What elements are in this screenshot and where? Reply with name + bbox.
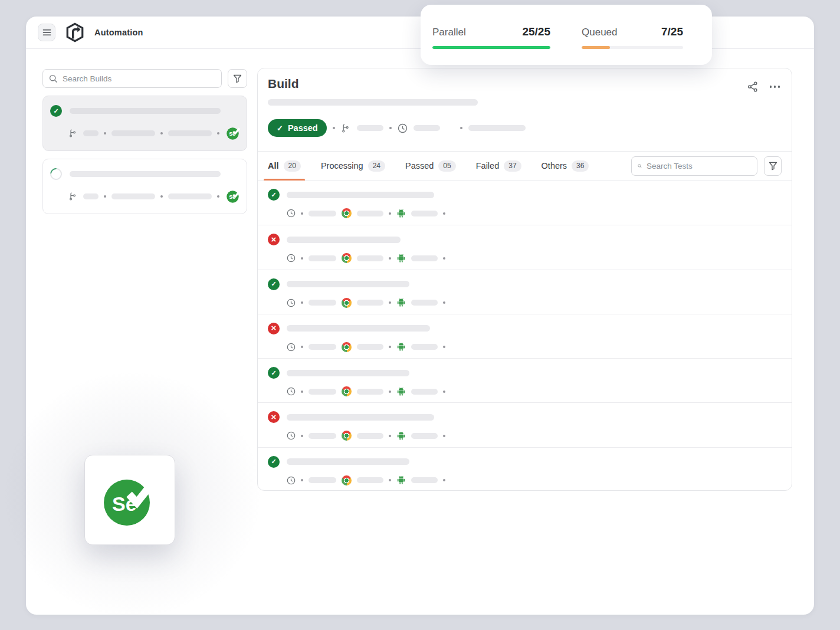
test-meta-skeleton: [309, 389, 336, 395]
test-status-icon: [268, 411, 280, 423]
hamburger-menu-button[interactable]: [38, 24, 55, 41]
search-icon: [638, 162, 642, 170]
test-row[interactable]: [258, 225, 792, 269]
parallel-value: 25/25: [522, 25, 550, 38]
lambdatest-logo-icon: [65, 22, 85, 42]
app-window: Automation: [26, 17, 814, 615]
test-row[interactable]: [258, 358, 792, 402]
test-meta-skeleton: [357, 255, 383, 261]
selenium-badge-icon: Se: [227, 190, 239, 203]
parallel-usage: Parallel 25/25: [432, 25, 550, 65]
build-meta-skeleton: [83, 130, 99, 136]
test-meta-skeleton: [357, 211, 383, 216]
test-row[interactable]: [258, 314, 792, 358]
test-row[interactable]: [258, 447, 792, 491]
build-meta-skeleton: [111, 130, 155, 136]
concurrency-usage-card: Parallel 25/25 Queued 7/25: [421, 5, 712, 65]
tests-filter-button[interactable]: [764, 156, 782, 176]
test-status-icon: [268, 189, 280, 201]
git-branch-icon: [68, 192, 78, 201]
status-badge: ✓ Passed: [268, 119, 327, 137]
test-row[interactable]: [258, 402, 792, 447]
filter-funnel-icon: [769, 162, 777, 170]
build-meta-skeleton: [111, 193, 155, 199]
tab-others[interactable]: Others 36: [542, 152, 589, 180]
separator-dot: [389, 391, 391, 393]
clock-icon: [287, 431, 296, 440]
build-header: Build ✓ P: [258, 68, 792, 152]
test-meta-skeleton: [357, 477, 383, 483]
test-meta-skeleton: [357, 389, 383, 395]
tab-label: All: [268, 161, 279, 170]
meta-skeleton: [468, 125, 526, 131]
build-panel-title: Build: [268, 77, 781, 91]
build-status-running-spinner: [48, 166, 64, 182]
build-meta-skeleton: [168, 130, 212, 136]
separator-dot: [443, 391, 445, 393]
hamburger-icon: [42, 29, 51, 36]
test-status-icon: [268, 323, 280, 334]
more-options-icon[interactable]: [770, 83, 780, 90]
test-meta-skeleton: [411, 300, 438, 306]
separator-dot: [217, 132, 219, 134]
chrome-browser-icon: [342, 475, 352, 485]
test-meta-skeleton: [357, 300, 383, 306]
git-branch-icon: [68, 129, 78, 138]
separator-dot: [443, 435, 445, 437]
search-builds-box: [42, 69, 222, 88]
test-title-skeleton: [287, 281, 409, 287]
build-card[interactable]: Se: [42, 159, 247, 214]
test-meta-skeleton: [411, 477, 438, 483]
tab-failed[interactable]: Failed 37: [476, 152, 521, 180]
clock-icon: [287, 298, 296, 307]
tab-count-badge: 20: [284, 160, 301, 172]
test-meta-skeleton: [411, 255, 438, 261]
clock-icon: [287, 476, 296, 485]
separator-dot: [389, 212, 391, 215]
test-meta-skeleton: [309, 477, 336, 483]
build-title-skeleton: [70, 108, 221, 114]
search-tests-input[interactable]: [647, 162, 751, 170]
search-tests-box: [631, 156, 757, 176]
separator-dot: [443, 301, 445, 304]
clock-icon: [287, 387, 296, 396]
separator-dot: [217, 195, 219, 198]
separator-dot: [443, 257, 445, 260]
clock-icon: [287, 209, 296, 218]
separator-dot: [160, 132, 163, 134]
separator-dot: [333, 127, 335, 129]
builds-filter-button[interactable]: [228, 69, 247, 88]
git-branch-icon: [341, 123, 351, 133]
android-os-icon: [396, 387, 406, 396]
tests-list: [258, 181, 792, 491]
android-os-icon: [396, 342, 406, 352]
share-icon[interactable]: [747, 81, 758, 92]
separator-dot: [301, 257, 303, 260]
queued-label: Queued: [582, 27, 618, 38]
separator-dot: [104, 132, 106, 134]
tab-passed[interactable]: Passed 05: [405, 152, 456, 180]
test-title-skeleton: [287, 370, 409, 376]
queued-value: 7/25: [661, 25, 683, 38]
test-title-skeleton: [287, 237, 401, 243]
chrome-browser-icon: [342, 342, 352, 352]
search-builds-input[interactable]: [63, 74, 215, 83]
separator-dot: [443, 346, 445, 348]
test-status-icon: [268, 234, 280, 245]
test-row[interactable]: [258, 270, 792, 314]
tab-all[interactable]: All 20: [268, 152, 301, 180]
tab-count-badge: 05: [438, 160, 455, 172]
separator-dot: [443, 479, 445, 481]
android-os-icon: [396, 431, 406, 441]
tab-label: Others: [542, 161, 567, 170]
chrome-browser-icon: [342, 431, 352, 441]
tab-processing[interactable]: Processing 24: [321, 152, 385, 180]
separator-dot: [389, 127, 392, 129]
build-card[interactable]: Se: [42, 96, 247, 151]
separator-dot: [389, 479, 391, 481]
tab-label: Failed: [476, 161, 500, 170]
tab-count-badge: 36: [572, 160, 589, 172]
test-row[interactable]: [258, 181, 792, 225]
separator-dot: [389, 346, 391, 348]
selenium-framework-card: Se: [84, 455, 175, 545]
